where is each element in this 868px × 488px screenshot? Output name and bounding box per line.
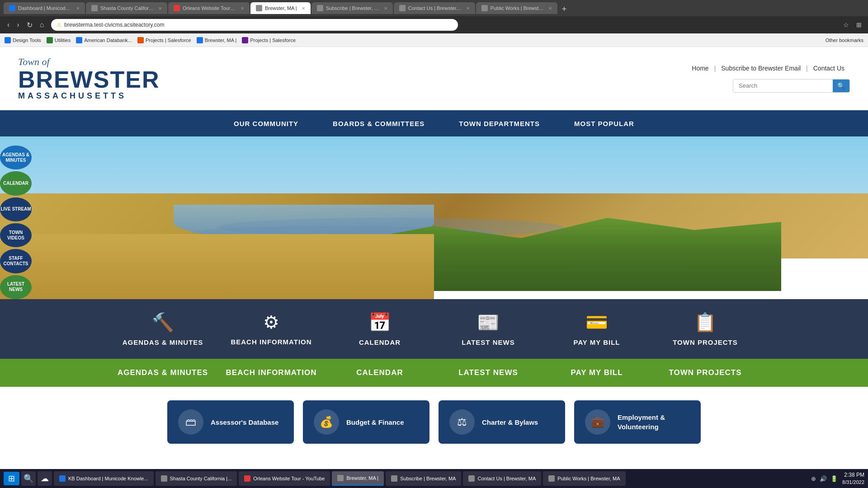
- quick-link-townprojects-label: TOWN PROJECTS: [673, 338, 738, 346]
- taskbar-app-subscribe[interactable]: Subscribe | Brewster, MA: [386, 471, 461, 486]
- tab-subscribe[interactable]: Subscribe | Brewster, MA ✕: [311, 2, 393, 14]
- tab-kb[interactable]: Dashboard | Municode Knowle... ✕: [4, 2, 85, 14]
- budget-icon: 💰: [314, 409, 339, 435]
- extensions-button[interactable]: ⊞: [854, 20, 863, 29]
- tab-contact[interactable]: Contact Us | Brewster, MA ✕: [394, 2, 475, 14]
- taskbar-widgets-icon[interactable]: ☁: [38, 471, 52, 486]
- address-bar[interactable]: ⚠ brewsterma.test-civicms.acsiteactory.c…: [51, 19, 458, 31]
- quick-link-news[interactable]: 📰 LATEST NEWS: [434, 312, 542, 346]
- app-icon: [548, 475, 555, 482]
- side-btn-townvideos[interactable]: TOWN VIDEOS: [0, 223, 32, 247]
- app-label: Subscribe | Brewster, MA: [400, 476, 456, 481]
- side-btn-agendas[interactable]: AGENDAS & MINUTES: [0, 145, 32, 169]
- quick-link-beach[interactable]: ⚙ BEACH INFORMATION: [217, 312, 326, 346]
- tab-label: Dashboard | Municode Knowle...: [18, 5, 71, 11]
- quick-link-paybill[interactable]: 💳 PAY MY BILL: [542, 312, 651, 346]
- card-icon: 💳: [585, 312, 608, 333]
- side-btn-latestnews[interactable]: LATEST NEWS: [0, 275, 32, 299]
- tab-favicon: [256, 5, 262, 11]
- search-input[interactable]: [733, 80, 833, 92]
- tab-shasta[interactable]: Shasta County California |... ✕: [86, 2, 167, 14]
- tab-label: Contact Us | Brewster, MA: [408, 5, 462, 11]
- contact-link[interactable]: Contact Us: [808, 65, 850, 72]
- green-link-paybill[interactable]: PAY MY BILL: [542, 368, 651, 378]
- list-icon: 📋: [694, 312, 717, 333]
- nav-our-community[interactable]: OUR COMMUNITY: [230, 112, 302, 136]
- quick-link-agendas[interactable]: 🔨 AGENDAS & MINUTES: [108, 312, 217, 346]
- bookmark-projects-2[interactable]: Projects | Salesforce: [242, 37, 296, 43]
- service-cards: 🗃 Assessor's Database 💰 Budget & Finance…: [0, 387, 868, 457]
- green-band: AGENDAS & MINUTES BEACH INFORMATION CALE…: [0, 359, 868, 387]
- side-btn-staffcontacts[interactable]: STAFF CONTACTS: [0, 249, 32, 273]
- taskbar-app-contact[interactable]: Contact Us | Brewster, MA: [463, 471, 541, 486]
- new-tab-button[interactable]: +: [562, 5, 567, 14]
- home-link[interactable]: Home: [686, 65, 714, 72]
- green-link-news[interactable]: LATEST NEWS: [434, 368, 542, 378]
- logo-brewster: BREWSTER: [18, 68, 160, 91]
- quick-link-townprojects[interactable]: 📋 TOWN PROJECTS: [651, 312, 760, 346]
- app-icon: [391, 475, 397, 482]
- sand-foreground: [0, 234, 434, 299]
- side-btn-agendas-label: AGENDAS & MINUTES: [0, 152, 32, 163]
- taskbar-search-icon[interactable]: 🔍: [21, 471, 36, 486]
- site-header: Town of BREWSTER MASSACHUSETTS Home | Su…: [0, 47, 868, 110]
- nav-town-departments[interactable]: TOWN DEPARTMENTS: [455, 112, 543, 136]
- bookmark-design-tools[interactable]: Design Tools: [5, 37, 41, 43]
- tab-publicworks[interactable]: Public Works | Brewster, MA ✕: [476, 2, 557, 14]
- taskbar: ⊞ 🔍 ☁ KB Dashboard | Municode Knowle... …: [0, 469, 868, 488]
- card-assessor[interactable]: 🗃 Assessor's Database: [167, 400, 294, 444]
- hammer-icon: 🔨: [151, 312, 174, 333]
- nav-most-popular[interactable]: MOST POPULAR: [571, 112, 638, 136]
- bookmark-label: Design Tools: [13, 38, 41, 43]
- taskbar-app-kb[interactable]: KB Dashboard | Municode Knowle...: [54, 471, 154, 486]
- app-label: Shasta County California |...: [170, 476, 232, 481]
- search-button[interactable]: 🔍: [833, 80, 849, 92]
- bookmark-icon: [242, 37, 248, 43]
- reload-button[interactable]: ↻: [24, 19, 35, 31]
- taskbar-right: ⊕ 🔊 🔋 2:38 PM 8/31/2022: [811, 471, 864, 486]
- home-button[interactable]: ⌂: [37, 19, 47, 31]
- green-link-calendar[interactable]: CALENDAR: [326, 368, 434, 378]
- nav-boards-committees[interactable]: BOARDS & COMMITTEES: [329, 112, 428, 136]
- forward-button[interactable]: ›: [14, 19, 22, 31]
- taskbar-app-brewster[interactable]: Brewster, MA |: [332, 471, 384, 486]
- side-btn-staffcontacts-label: STAFF CONTACTS: [0, 256, 32, 267]
- subscribe-link[interactable]: Subscribe to Brewster Email: [716, 65, 806, 72]
- side-btn-calendar[interactable]: CALENDAR: [0, 171, 32, 195]
- quick-link-news-label: LATEST NEWS: [462, 338, 514, 346]
- bookmark-utilities[interactable]: Utilities: [47, 37, 71, 43]
- green-link-townprojects[interactable]: TOWN PROJECTS: [651, 368, 760, 378]
- card-employment-label: Employment & Volunteering: [618, 413, 690, 432]
- card-budget[interactable]: 💰 Budget & Finance: [303, 400, 429, 444]
- logo-massachusetts: MASSACHUSETTS: [18, 91, 160, 101]
- bookmark-american-databank[interactable]: American Databank...: [76, 37, 132, 43]
- db-icon: 🗃: [178, 409, 203, 435]
- side-btn-livestream[interactable]: LIVE STREAM: [0, 197, 32, 221]
- nav-buttons: ‹ › ↻ ⌂: [5, 19, 47, 31]
- bookmark-button[interactable]: ☆: [841, 20, 851, 29]
- news-icon: 📰: [477, 312, 500, 333]
- bookmark-projects-1[interactable]: Projects | Salesforce: [137, 37, 191, 43]
- charter-icon: ⚖: [449, 409, 475, 435]
- quick-link-calendar[interactable]: 📅 CALENDAR: [326, 312, 434, 346]
- tab-label: Brewster, MA |: [265, 5, 297, 11]
- green-link-beach[interactable]: BEACH INFORMATION: [217, 368, 326, 378]
- taskbar-app-youtube[interactable]: Orleans Website Tour - YouTube: [239, 471, 330, 486]
- gear-icon: ⚙: [263, 312, 279, 333]
- taskbar-app-shasta[interactable]: Shasta County California |...: [156, 471, 237, 486]
- dark-band: 🔨 AGENDAS & MINUTES ⚙ BEACH INFORMATION …: [0, 299, 868, 359]
- start-button[interactable]: ⊞: [4, 472, 19, 485]
- bookmark-brewster[interactable]: Brewster, MA |: [197, 37, 237, 43]
- card-employment[interactable]: 💼 Employment & Volunteering: [574, 400, 701, 444]
- tab-label: Subscribe | Brewster, MA: [326, 5, 379, 11]
- app-label: Contact Us | Brewster, MA: [477, 476, 536, 481]
- bookmark-label: Utilities: [55, 38, 71, 43]
- green-link-agendas[interactable]: AGENDAS & MINUTES: [108, 368, 217, 378]
- other-bookmarks[interactable]: Other bookmarks: [826, 38, 863, 43]
- tab-orleans[interactable]: Orleans Website Tour - YouTube ✕: [168, 2, 250, 14]
- card-charter[interactable]: ⚖ Charter & Bylaws: [439, 400, 565, 444]
- tab-brewster-active[interactable]: Brewster, MA | ✕: [250, 2, 311, 14]
- back-button[interactable]: ‹: [5, 19, 12, 31]
- taskbar-app-publicworks[interactable]: Public Works | Brewster, MA: [543, 471, 625, 486]
- date-display: 8/31/2022: [842, 479, 864, 486]
